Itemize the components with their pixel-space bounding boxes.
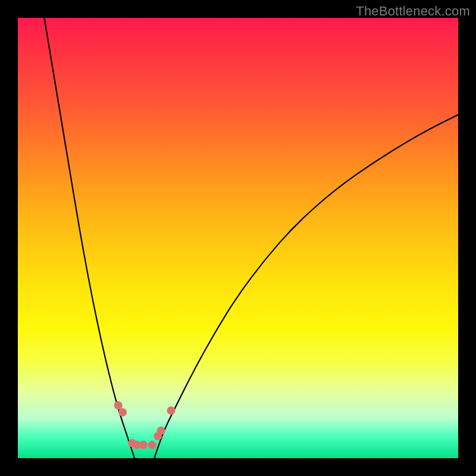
data-marker [167, 406, 176, 415]
plot-area [18, 18, 458, 458]
data-marker [148, 441, 156, 449]
chart-frame: TheBottleneck.com [0, 0, 476, 476]
curve-right-curve [154, 115, 458, 458]
data-marker [118, 408, 127, 416]
chart-svg [18, 18, 458, 458]
watermark-text: TheBottleneck.com [356, 4, 470, 19]
data-marker [157, 427, 165, 435]
curve-left-curve [44, 18, 134, 458]
curve-group [44, 18, 458, 458]
data-marker [139, 441, 148, 449]
data-marker [114, 401, 123, 409]
